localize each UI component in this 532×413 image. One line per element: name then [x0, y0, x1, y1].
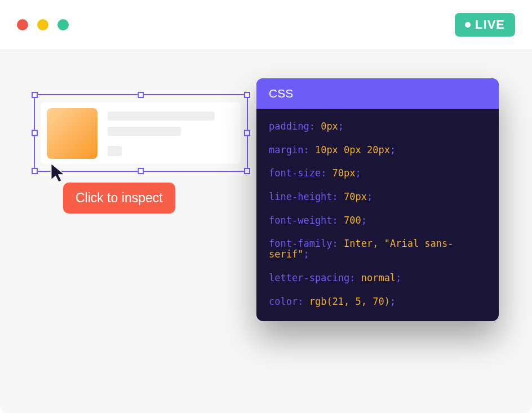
live-dot-icon [465, 22, 471, 28]
resize-handle-bottom-right[interactable] [244, 168, 250, 174]
css-property-row[interactable]: color: rgb(21, 5, 70); [269, 296, 486, 307]
skeleton-line [108, 146, 122, 156]
css-property-row[interactable]: padding: 0px; [269, 121, 486, 132]
css-property-row[interactable]: margin: 10px 0px 20px; [269, 145, 486, 156]
live-badge: LIVE [455, 13, 515, 37]
card-content-placeholder [108, 108, 215, 158]
inspect-tooltip[interactable]: Click to inspect [63, 183, 175, 214]
css-property-row[interactable]: line-height: 70px; [269, 192, 486, 202]
selected-card-element[interactable] [41, 102, 241, 164]
css-property-key: font-weight [269, 215, 333, 226]
css-property-value: 0px [321, 121, 338, 132]
resize-handle-top-middle[interactable] [138, 92, 144, 98]
resize-handle-bottom-middle[interactable] [138, 168, 144, 174]
css-property-key: letter-spacing [269, 272, 349, 283]
maximize-window-button[interactable] [57, 19, 69, 30]
skeleton-line [108, 112, 215, 121]
css-property-value: 700 [344, 215, 361, 226]
css-property-key: line-height [269, 191, 333, 202]
css-property-row[interactable]: font-family: Inter, "Arial sans-serif"; [269, 238, 486, 259]
css-property-key: margin [269, 144, 303, 156]
cursor-icon [50, 162, 68, 183]
card-thumbnail [47, 108, 97, 159]
css-panel-header: CSS [256, 78, 499, 109]
inspect-tooltip-label: Click to inspect [76, 190, 163, 205]
minimize-window-button[interactable] [37, 19, 48, 30]
css-property-value: 70px [344, 191, 367, 202]
css-inspector-panel: CSS padding: 0px; margin: 10px 0px 20px;… [256, 78, 499, 321]
resize-handle-top-left[interactable] [32, 92, 38, 98]
css-property-key: font-size [269, 167, 321, 179]
content-area: Click to inspect CSS padding: 0px; margi… [0, 50, 532, 413]
skeleton-line [108, 127, 181, 136]
resize-handle-middle-left[interactable] [32, 130, 38, 136]
css-property-key: font-family [269, 238, 333, 249]
css-panel-body: padding: 0px; margin: 10px 0px 20px; fon… [256, 109, 499, 321]
css-property-value: normal [361, 272, 396, 283]
resize-handle-top-right[interactable] [244, 92, 250, 98]
close-window-button[interactable] [17, 19, 28, 30]
titlebar: LIVE [0, 0, 532, 50]
css-property-value: rgb(21, 5, 70) [309, 296, 390, 307]
css-property-key: color [269, 296, 298, 307]
resize-handle-middle-right[interactable] [244, 130, 250, 136]
live-label: LIVE [475, 17, 505, 32]
browser-window: LIVE Click to inspect [0, 0, 532, 413]
css-property-key: padding [269, 121, 309, 132]
css-property-row[interactable]: font-size: 70px; [269, 168, 486, 179]
css-panel-title: CSS [269, 87, 293, 100]
css-property-value: 70px [333, 167, 356, 179]
css-property-value: 10px 0px 20px [315, 144, 390, 156]
css-property-row[interactable]: letter-spacing: normal; [269, 273, 486, 283]
css-property-row[interactable]: font-weight: 700; [269, 215, 486, 226]
traffic-lights [17, 19, 69, 30]
resize-handle-bottom-left[interactable] [32, 168, 38, 174]
